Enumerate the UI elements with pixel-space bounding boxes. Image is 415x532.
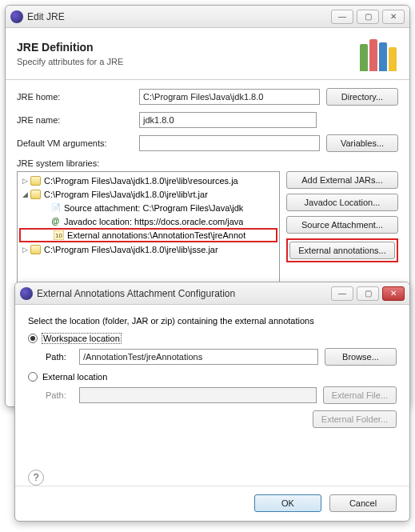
titlebar[interactable]: External Annotations Attachment Configur… [15,282,409,305]
cancel-button[interactable]: Cancel [329,494,397,512]
tree-node-external-annotations[interactable]: 10 External annotations:\AnnotationTest\… [19,228,277,242]
path-label: Path: [46,352,73,362]
variables-button[interactable]: Variables... [326,134,398,152]
jre-home-input[interactable] [139,89,320,105]
external-annotations-button[interactable]: External annotations... [289,242,395,259]
external-file-button: External File... [323,386,397,404]
add-external-jars-button[interactable]: Add External JARs... [286,171,398,189]
header-band: JRE Definition Specify attributes for a … [6,28,409,80]
jre-name-label: JRE name: [17,115,133,125]
dialog-prompt: Select the location (folder, JAR or zip)… [28,316,397,326]
workspace-location-label: Workspace location [42,334,121,343]
tree-node-source-attachment[interactable]: 📄 Source attachment: C:\Program Files\Ja… [18,201,279,214]
expand-icon[interactable]: ▷ [21,246,30,254]
jre-home-label: JRE home: [17,92,133,102]
window-title: External Annotations Attachment Configur… [37,288,331,299]
libraries-tree[interactable]: ▷ C:\Program Files\Java\jdk1.8.0\jre\lib… [17,171,280,291]
annotation-icon: 10 [53,230,65,241]
workspace-path-input[interactable] [79,349,318,365]
external-location-label: External location [42,372,107,382]
external-folder-button: External Folder... [313,410,397,428]
maximize-button[interactable]: ▢ [357,286,379,301]
vm-args-input[interactable] [139,135,320,151]
jar-icon [30,176,41,186]
highlight-box: External annotations... [286,238,398,262]
libraries-label: JRE system libraries: [17,158,398,168]
source-attachment-button[interactable]: Source Attachment... [286,216,398,234]
external-path-input [79,387,317,403]
vm-args-label: Default VM arguments: [17,138,133,148]
svg-text:10: 10 [55,232,62,239]
maximize-button[interactable]: ▢ [357,10,379,24]
ok-button[interactable]: OK [254,494,321,512]
directory-button[interactable]: Directory... [326,88,398,106]
browse-button[interactable]: Browse... [325,348,397,366]
close-button[interactable]: ✕ [382,286,405,301]
external-annotations-dialog: External Annotations Attachment Configur… [14,282,410,522]
close-button[interactable]: ✕ [382,10,405,24]
help-icon[interactable]: ? [28,470,44,486]
source-icon: 📄 [50,202,62,214]
page-subtitle: Specify attributes for a JRE [17,57,360,66]
window-title: Edit JRE [27,11,331,22]
eclipse-icon [20,287,33,300]
javadoc-location-button[interactable]: Javadoc Location... [286,194,398,211]
minimize-button[interactable]: — [331,10,353,24]
eclipse-icon [10,10,23,23]
jar-icon [30,190,41,199]
jre-name-input[interactable] [139,112,317,128]
radio-icon[interactable] [28,372,38,382]
page-title: JRE Definition [17,41,360,54]
collapse-icon[interactable]: ◢ [21,190,30,198]
minimize-button[interactable]: — [331,286,353,301]
radio-icon[interactable] [28,334,38,343]
tree-node-jsse-jar[interactable]: ▷ C:\Program Files\Java\jdk1.8.0\jre\lib… [18,242,279,256]
tree-node-rt-jar[interactable]: ◢ C:\Program Files\Java\jdk1.8.0\jre\lib… [18,187,279,201]
expand-icon[interactable]: ▷ [21,177,30,185]
javadoc-icon: @ [50,216,62,227]
path-label: Path: [46,390,73,400]
library-icon [360,36,398,71]
tree-node-javadoc-location[interactable]: @ Javadoc location: https://docs.oracle.… [18,214,279,228]
workspace-location-radio[interactable]: Workspace location [28,334,397,343]
external-location-radio[interactable]: External location [28,372,397,382]
titlebar[interactable]: Edit JRE — ▢ ✕ [6,6,409,28]
jar-icon [30,245,41,254]
tree-node-resources-jar[interactable]: ▷ C:\Program Files\Java\jdk1.8.0\jre\lib… [18,174,279,187]
